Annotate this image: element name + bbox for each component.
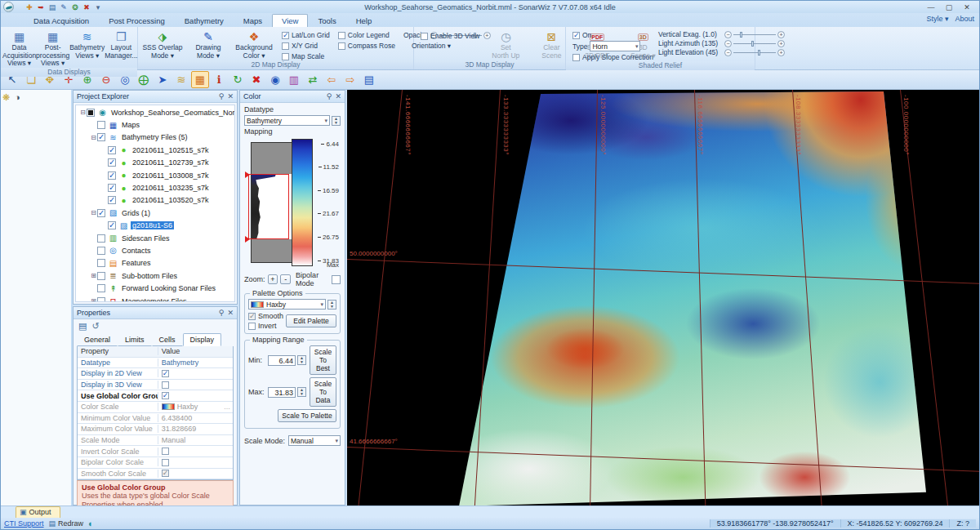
property-value[interactable] xyxy=(158,381,233,389)
tree-checkbox[interactable] xyxy=(108,146,116,154)
tree-checkbox[interactable] xyxy=(97,297,105,302)
cti-support-link[interactable]: CTI Support xyxy=(4,519,44,528)
property-row[interactable]: Display in 3D View xyxy=(78,380,233,391)
sss-overlap-mode-button[interactable]: ⬗SSS OverlapMode ▾ xyxy=(140,28,185,60)
depth-histogram[interactable] xyxy=(251,142,293,263)
save-properties-icon[interactable]: ▤ xyxy=(78,321,87,332)
histogram-zoom-in-button[interactable]: + xyxy=(268,274,278,284)
tree-item[interactable]: ●20210611_102739_s7k xyxy=(76,157,234,169)
property-row[interactable]: Smooth Color Scale xyxy=(78,469,233,480)
edit-icon[interactable]: ✎ xyxy=(59,2,69,12)
route-tool[interactable]: ⇄ xyxy=(304,71,322,88)
scale-to-palette-button[interactable]: Scale To Palette xyxy=(278,409,336,422)
redraw-button[interactable]: ▤ Redraw xyxy=(49,519,84,528)
output-tab[interactable]: ▣ Output xyxy=(16,506,60,518)
selection-top-handle-icon[interactable] xyxy=(245,171,253,178)
tree-checkbox[interactable] xyxy=(108,171,116,180)
digitize-tool[interactable]: ➤ xyxy=(154,71,172,88)
bipolar-mode-checkbox[interactable] xyxy=(332,275,341,284)
globe-status-icon[interactable]: ◐ xyxy=(88,519,94,528)
property-row[interactable]: Bipolar Color Scale xyxy=(78,457,233,469)
enable-3d-view-checkbox[interactable]: Enable 3D View xyxy=(421,32,479,40)
app-logo[interactable] xyxy=(3,2,21,12)
pin-icon[interactable]: ⚲ xyxy=(219,309,225,317)
apply-slope-correction-checkbox[interactable]: Apply Slope Correction xyxy=(572,53,653,61)
tree-expander-icon[interactable]: ⊞ xyxy=(90,297,97,302)
undo-properties-icon[interactable]: ↺ xyxy=(91,321,99,332)
edit-palette-button[interactable]: Edit Palette xyxy=(286,314,336,327)
about-menu[interactable]: About xyxy=(955,15,974,23)
tree-checkbox[interactable] xyxy=(108,221,116,229)
bathymetry-grid-layer[interactable] xyxy=(459,91,926,506)
shaded-relief-on-checkbox[interactable]: On xyxy=(572,31,653,39)
measure-tool[interactable]: ≋ xyxy=(172,71,190,88)
scale-to-best-button[interactable]: Scale To Best xyxy=(310,345,336,375)
set-north-up-button[interactable]: ◷SetNorth Up xyxy=(483,28,528,60)
scale-mode-combobox[interactable]: Manual▾ xyxy=(288,435,341,446)
tree-item[interactable]: ⊟≋Bathymetry Files (5) xyxy=(76,131,234,144)
menu-tab-tools[interactable]: Tools xyxy=(308,14,345,27)
tree-item[interactable]: ⊟▨Grids (1) xyxy=(76,207,234,219)
drawing-mode-button[interactable]: ✎DrawingMode ▾ xyxy=(185,28,231,60)
menu-tab-bathymetry[interactable]: Bathymetry xyxy=(175,14,234,27)
datatype-spinner[interactable]: ▲▼ xyxy=(332,116,341,126)
property-value[interactable] xyxy=(158,448,233,455)
close-button[interactable]: ✕ xyxy=(962,3,972,11)
tree-checkbox[interactable] xyxy=(97,259,105,267)
properties-tab-display[interactable]: Display xyxy=(183,333,222,346)
style-menu[interactable]: Style ▾ xyxy=(926,15,948,23)
properties-tab-general[interactable]: General xyxy=(77,333,118,346)
property-row[interactable]: Display in 2D View xyxy=(78,368,233,380)
tree-checkbox[interactable] xyxy=(108,196,116,204)
property-row[interactable]: Color ScaleHaxby… xyxy=(78,402,233,413)
selection-bottom-handle-icon[interactable] xyxy=(245,236,253,243)
pin-icon[interactable]: ⚲ xyxy=(327,92,332,100)
property-row[interactable]: Maximum Color Value31.828669 xyxy=(78,424,233,435)
tree-item[interactable]: ↟Forward Looking Sonar Files xyxy=(76,282,234,294)
report-tool[interactable]: ▤ xyxy=(360,71,378,88)
palette-spinner[interactable]: ▲▼ xyxy=(327,300,336,310)
property-value[interactable]: Haxby… xyxy=(158,403,233,411)
property-value[interactable] xyxy=(158,370,233,377)
tree-expander-icon[interactable]: ⊞ xyxy=(90,272,97,279)
tree-item[interactable]: ⊞≣Sub-bottom Files xyxy=(76,269,234,282)
menu-tab-view[interactable]: View xyxy=(272,14,308,27)
map-scale-checkbox[interactable]: Map Scale xyxy=(282,52,330,60)
close-panel-icon[interactable]: ✕ xyxy=(227,92,234,100)
notes-icon[interactable]: ❋ xyxy=(2,92,10,103)
maximize-button[interactable]: ▢ xyxy=(944,3,954,11)
post-processing-views-button[interactable]: ▦Post-processingViews ▾ xyxy=(36,28,69,68)
property-row[interactable]: DatatypeBathymetry xyxy=(78,358,233,369)
tree-checkbox[interactable] xyxy=(97,247,105,255)
property-row[interactable]: Minimum Color Value6.438400 xyxy=(78,413,233,425)
property-value[interactable] xyxy=(158,459,233,466)
tree-item[interactable]: ▤Features xyxy=(76,257,234,269)
delete-tool[interactable]: ✖ xyxy=(247,71,265,88)
tree-item[interactable]: ⊟◉Workshop_Seahorse_Geomatics_Norbit xyxy=(76,106,234,118)
pin-icon[interactable]: ⚲ xyxy=(219,92,225,100)
profile-tool[interactable]: ▥ xyxy=(285,71,303,88)
tree-expander-icon[interactable]: ⊟ xyxy=(79,109,87,116)
data-acquisition-views-button[interactable]: ▦Data AcquisitionViews ▾ xyxy=(2,28,36,68)
color-legend-checkbox[interactable]: Color Legend xyxy=(338,31,395,39)
new-file-icon[interactable]: ✚ xyxy=(24,2,34,12)
view-back-tool[interactable]: ⇦ xyxy=(323,71,341,88)
tree-item[interactable]: ●20210611_103520_s7k xyxy=(76,194,234,207)
tree-checkbox[interactable] xyxy=(97,133,105,141)
palette-combobox[interactable]: Haxby ▾ xyxy=(248,299,326,310)
tree-expander-icon[interactable]: ⊟ xyxy=(90,209,97,216)
crop-tool[interactable]: ▦ xyxy=(191,71,209,88)
info-tool[interactable]: ℹ xyxy=(210,71,228,88)
tree-checkbox[interactable] xyxy=(97,284,105,292)
tree-item[interactable]: ●20210611_103235_s7k xyxy=(76,181,234,194)
save-icon[interactable]: ▤ xyxy=(47,2,57,12)
contrast-icon[interactable]: ◑ xyxy=(15,92,20,103)
map-view[interactable]: -141.6666666667°-133.3333333333°-125.000… xyxy=(347,90,979,506)
palette-browse-button[interactable]: … xyxy=(224,403,230,411)
min-value-input[interactable]: 6.44 xyxy=(268,355,296,366)
compass-rose-checkbox[interactable]: Compass Rose xyxy=(338,42,395,50)
tree-item[interactable]: ▨g2018u1-S6 xyxy=(76,220,234,232)
property-row[interactable]: Use Global Color Group xyxy=(78,390,233,402)
tree-item[interactable]: ◎Contacts xyxy=(76,244,234,256)
scale-to-data-button[interactable]: Scale To Data xyxy=(310,377,336,407)
